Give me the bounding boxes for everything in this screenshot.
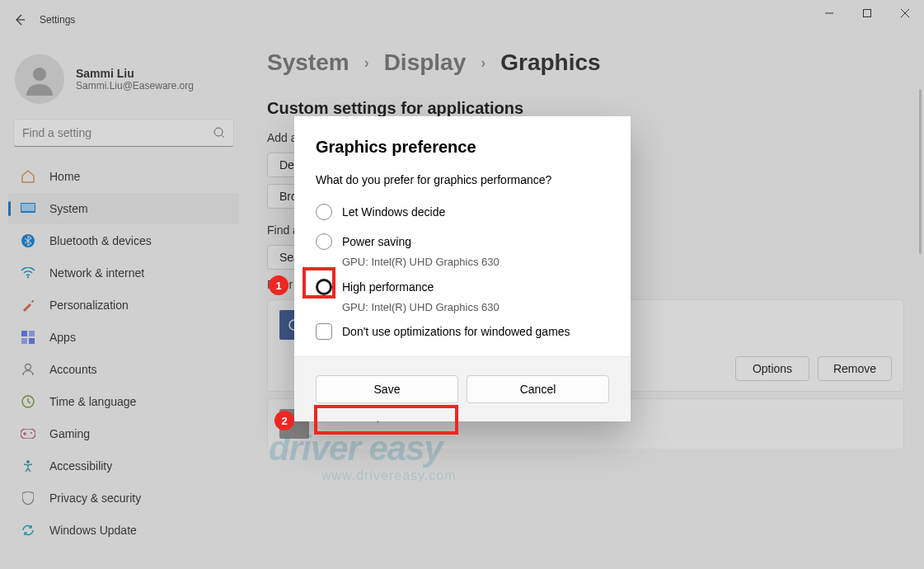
dialog-question: What do you prefer for graphics performa… (316, 173, 609, 186)
radio-icon (316, 204, 332, 220)
save-button[interactable]: Save (316, 375, 458, 403)
gpu-info: GPU: Intel(R) UHD Graphics 630 (316, 301, 609, 313)
checkbox-label: Don't use optimizations for windowed gam… (342, 325, 570, 338)
dialog-title: Graphics preference (316, 138, 609, 157)
radio-label: Power saving (342, 235, 411, 248)
gpu-info: GPU: Intel(R) UHD Graphics 630 (316, 256, 609, 268)
radio-icon (316, 279, 332, 295)
radio-high-performance[interactable]: High performance (316, 275, 609, 299)
radio-icon (316, 233, 332, 250)
radio-power-saving[interactable]: Power saving (316, 229, 609, 254)
checkbox-windowed-optimizations[interactable]: Don't use optimizations for windowed gam… (316, 323, 609, 340)
graphics-preference-dialog: Graphics preference What do you prefer f… (294, 116, 631, 421)
checkbox-icon (316, 323, 332, 340)
cancel-button[interactable]: Cancel (467, 375, 609, 403)
radio-label: Let Windows decide (342, 205, 445, 219)
radio-label: High performance (342, 280, 434, 294)
radio-let-windows-decide[interactable]: Let Windows decide (316, 200, 609, 224)
